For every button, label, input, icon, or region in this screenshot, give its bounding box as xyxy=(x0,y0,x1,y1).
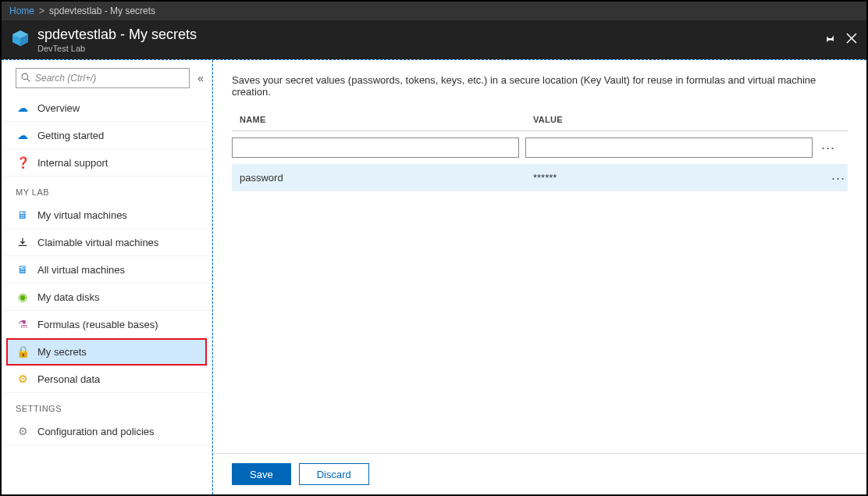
breadcrumb: Home > spdevtestlab - My secrets xyxy=(2,2,866,20)
sidebar-item-all-vms[interactable]: 🖥 All virtual machines xyxy=(2,256,212,284)
gear-icon: ⚙ xyxy=(16,425,30,437)
rocket-icon: ☁ xyxy=(16,129,30,141)
gear-icon: ⚙ xyxy=(16,373,30,385)
breadcrumb-separator: > xyxy=(39,5,44,16)
sidebar-item-overview[interactable]: ☁ Overview xyxy=(2,95,212,122)
cloud-icon: ☁ xyxy=(16,102,30,114)
table-header: NAME VALUE xyxy=(232,115,848,131)
column-header-value: VALUE xyxy=(525,115,824,124)
blade-header: spdevtestlab - My secrets DevTest Lab xyxy=(2,20,866,59)
resource-icon xyxy=(11,29,30,51)
vm-icon: 🖥 xyxy=(16,209,30,221)
sidebar-item-label: Personal data xyxy=(37,373,100,385)
sidebar-item-label: My secrets xyxy=(37,346,87,358)
secrets-icon: 🔒 xyxy=(16,345,30,358)
breadcrumb-home[interactable]: Home xyxy=(9,5,34,16)
save-button[interactable]: Save xyxy=(232,463,291,485)
sidebar: Search (Ctrl+/) « ☁ Overview ☁ Getting s… xyxy=(2,60,212,494)
search-input[interactable]: Search (Ctrl+/) xyxy=(16,68,190,88)
sidebar-item-claimable-vms[interactable]: Claimable virtual machines xyxy=(2,229,212,256)
disk-icon: ◉ xyxy=(16,291,30,303)
sidebar-item-label: Configuration and policies xyxy=(37,426,155,437)
close-icon[interactable] xyxy=(846,33,857,47)
discard-button[interactable]: Discard xyxy=(299,463,369,485)
svg-line-6 xyxy=(27,78,30,80)
monitor-icon: 🖥 xyxy=(16,263,30,276)
sidebar-item-personal-data[interactable]: ⚙ Personal data xyxy=(2,366,212,393)
search-icon xyxy=(21,73,30,84)
sidebar-item-label: Internal support xyxy=(37,157,108,169)
row-more-icon[interactable]: ··· xyxy=(829,174,848,182)
sidebar-item-label: Claimable virtual machines xyxy=(37,237,158,248)
sidebar-section-mylab: MY LAB xyxy=(2,177,212,202)
sidebar-section-settings: SETTINGS xyxy=(2,393,212,418)
secret-value-input[interactable] xyxy=(525,137,813,158)
sidebar-item-label: Getting started xyxy=(37,130,104,141)
flask-icon: ⚗ xyxy=(16,318,30,330)
sidebar-item-label: All virtual machines xyxy=(37,264,125,276)
sidebar-item-data-disks[interactable]: ◉ My data disks xyxy=(2,284,212,311)
secret-row-value: ****** xyxy=(525,172,829,184)
download-icon xyxy=(16,236,30,248)
sidebar-item-internal-support[interactable]: ❓ Internal support xyxy=(2,149,212,177)
sidebar-item-label: My virtual machines xyxy=(37,209,127,221)
new-secret-row: ··· xyxy=(232,137,848,158)
sidebar-item-label: My data disks xyxy=(37,291,99,303)
blade-subtitle: DevTest Lab xyxy=(37,44,197,53)
row-more-icon[interactable]: ··· xyxy=(819,144,838,152)
column-header-name: NAME xyxy=(232,115,525,124)
blade-title: spdevtestlab - My secrets xyxy=(37,27,197,43)
sidebar-item-formulas[interactable]: ⚗ Formulas (reusable bases) xyxy=(2,311,212,338)
secret-row-name: password xyxy=(232,172,525,184)
sidebar-item-config-policies[interactable]: ⚙ Configuration and policies xyxy=(2,418,212,445)
sidebar-item-my-secrets[interactable]: 🔒 My secrets xyxy=(6,338,207,366)
svg-point-5 xyxy=(22,73,28,80)
search-placeholder: Search (Ctrl+/) xyxy=(35,73,96,84)
main-panel: Saves your secret values (passwords, tok… xyxy=(212,60,866,494)
sidebar-item-getting-started[interactable]: ☁ Getting started xyxy=(2,122,212,149)
collapse-sidebar-icon[interactable]: « xyxy=(197,72,204,84)
sidebar-item-label: Formulas (reusable bases) xyxy=(37,319,158,330)
action-bar: Save Discard xyxy=(213,453,866,494)
panel-description: Saves your secret values (passwords, tok… xyxy=(232,74,848,98)
table-row[interactable]: password ****** ··· xyxy=(232,164,848,191)
pin-icon[interactable] xyxy=(824,33,835,47)
support-icon: ❓ xyxy=(16,156,30,169)
breadcrumb-current: spdevtestlab - My secrets xyxy=(49,5,155,16)
sidebar-item-my-vms[interactable]: 🖥 My virtual machines xyxy=(2,202,212,229)
sidebar-item-label: Overview xyxy=(37,102,80,114)
secret-name-input[interactable] xyxy=(232,137,519,158)
